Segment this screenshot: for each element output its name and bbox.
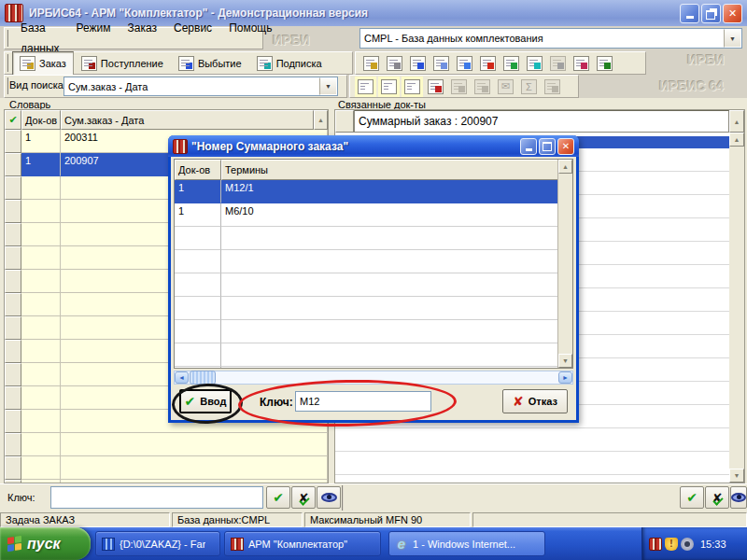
new-doc-minus-icon-accent [388,86,395,92]
apply-linked-button[interactable]: ✔ [680,486,704,509]
new-doc-icon[interactable] [358,79,374,94]
terms-table[interactable]: Док-ов Термины 1M12/11M6/10 ▲ ▼ [174,159,573,369]
row-selector[interactable] [5,386,21,410]
dialog-minimize-button[interactable] [520,138,537,155]
view-linked-button[interactable] [730,486,747,509]
mode-button-Поступление[interactable]: Поступление [74,51,171,76]
tray-clock[interactable]: 15:33 [700,539,726,550]
taskbar-task-3[interactable]: e1 - Windows Internet... [388,531,545,556]
cell-docs [21,386,61,410]
enter-button[interactable]: ✔ Ввод [179,389,232,413]
edit-doc-icon-accent [482,86,488,92]
refresh-icon[interactable] [597,56,613,71]
row-selector[interactable] [5,223,21,246]
chart-palette-icon[interactable] [503,56,519,71]
cancel-button[interactable]: ✘ Отказ [502,389,568,413]
row-selector[interactable] [5,410,21,433]
terms-scrollbar[interactable]: ▲ ▼ [557,160,572,368]
dialog-close-button[interactable]: ✕ [557,138,574,155]
row-selector[interactable] [5,340,21,363]
new-doc-plus-icon[interactable] [404,79,420,94]
divider [342,485,344,511]
terms-empty-row[interactable] [175,250,558,273]
key-input[interactable] [50,486,263,509]
terms-empty-row[interactable] [175,343,558,367]
copy-color-icon[interactable] [428,79,444,94]
scroll-down-icon[interactable]: ▼ [558,354,572,368]
row-selector[interactable] [5,200,21,223]
minimize-button[interactable] [680,4,699,23]
row-selector[interactable] [5,176,21,200]
close-button[interactable]: ✕ [723,4,742,23]
clear-linked-button[interactable]: ✘ [705,486,729,509]
graph-view-icon[interactable] [573,56,589,71]
row-selector[interactable] [5,130,21,153]
row-selector[interactable] [5,270,21,293]
row-selector[interactable] [5,433,21,456]
restore-button[interactable] [701,4,721,23]
chevron-down-icon[interactable]: ▼ [319,77,337,95]
scroll-up-icon[interactable]: ▲ [314,110,328,130]
row-selector[interactable] [5,456,21,480]
dictionary-header: ✔ Док-ов Сум.заказ - Дата ▲ [5,110,328,130]
dialog-titlebar[interactable]: "Номер Суммарного заказа" ✕ [168,135,579,157]
cell-docs: 1 [175,180,221,203]
sigma-icon: Σ [521,79,537,94]
dialog-buttons-bar: ✔ Ввод Ключ: ✘ Отказ [171,379,576,420]
dictionary-empty-row[interactable] [5,433,328,456]
dialog-maximize-button[interactable] [539,138,556,155]
copy-pages-icon[interactable] [457,56,472,71]
toolbar-grip [7,54,8,71]
clear-key-button[interactable]: ✘ [291,486,316,509]
print-icon[interactable] [387,56,402,71]
taskbar-task-2[interactable]: АРМ "Комплектатор" [224,531,381,556]
taskbar: пуск {D:\0\ZAKAZ} - FarАРМ "Комплектатор… [0,527,747,560]
chevron-down-icon[interactable]: ▼ [724,29,741,48]
mode-button-Заказ[interactable]: Заказ [12,51,74,76]
eye-icon [321,493,337,502]
enter-button-label: Ввод [200,396,226,407]
scroll-up-icon[interactable]: ▲ [558,160,572,174]
scroll-up-icon[interactable]: ▲ [729,110,744,133]
notepad-icon[interactable] [527,56,543,71]
terms-empty-row[interactable] [175,297,558,320]
cell-docs [175,250,221,273]
row-selector[interactable] [5,153,21,176]
terms-empty-row[interactable] [175,273,558,297]
taskbar-task-1[interactable]: {D:\0\ZAKAZ} - Far [95,531,220,556]
terms-row[interactable]: 1M6/10 [175,203,558,227]
linked-scrollbar[interactable]: ▲ ▼ [729,133,744,483]
scroll-down-icon[interactable]: ▼ [729,469,744,483]
mode-button-label: Выбытие [198,58,242,69]
dialog-key-input[interactable] [295,391,431,412]
row-selector[interactable] [5,316,21,340]
dictionary-empty-row[interactable] [5,456,328,480]
copy-record-icon[interactable] [433,56,449,71]
start-button[interactable]: пуск [0,527,91,560]
save-disk-icon[interactable] [480,56,496,71]
terms-empty-row[interactable] [175,320,558,343]
row-selector[interactable] [5,363,21,386]
withdrawal-icon [178,56,194,71]
tray-volume-icon[interactable] [681,538,694,551]
terms-empty-row[interactable] [175,367,558,369]
terms-empty-row[interactable] [175,227,558,250]
view-key-button[interactable] [317,486,341,509]
cell-term: M6/10 [221,203,558,227]
search-kind-combo[interactable]: Сум.заказ - Дата ▼ [63,77,338,96]
tray-security-shield-icon[interactable]: ! [665,538,678,551]
status-segment-3: Максимальный MFN 90 [304,512,471,527]
save-record-icon[interactable] [410,56,426,71]
mode-button-Подписка[interactable]: Подписка [249,51,330,76]
mode-button-Выбытие[interactable]: Выбытие [171,51,249,76]
edit-record-icon[interactable] [363,56,379,71]
tray-irbis-icon[interactable] [649,538,662,551]
database-combo[interactable]: CMPL - База данных комплектования ▼ [359,28,742,49]
row-selector[interactable] [5,293,21,316]
save-disk-icon-accent [487,63,494,69]
new-doc-minus-icon[interactable] [381,79,397,94]
row-selector[interactable] [5,246,21,270]
terms-row[interactable]: 1M12/1 [175,180,558,203]
scroll-up-icon[interactable]: ▲ [729,133,744,147]
apply-key-button[interactable]: ✔ [266,486,290,509]
